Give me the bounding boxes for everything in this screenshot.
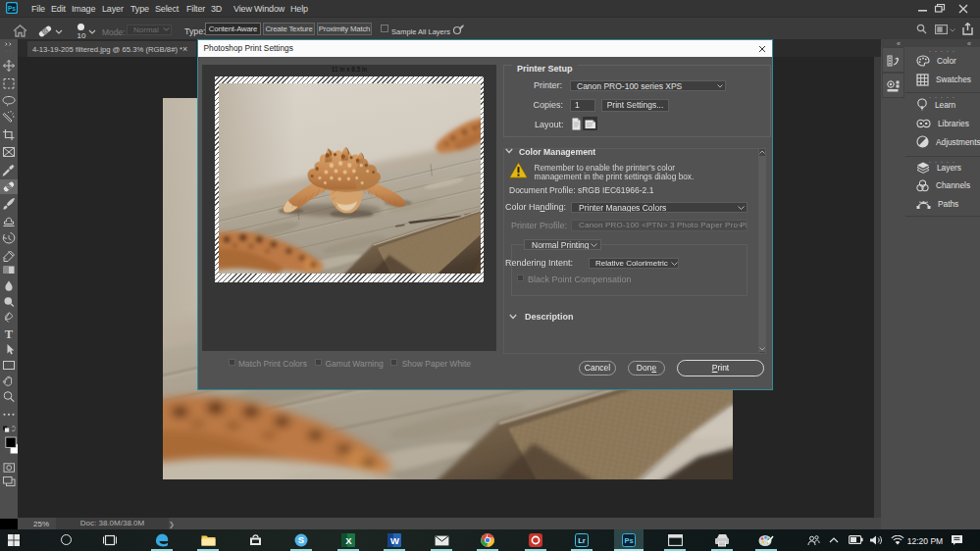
svg-text:Lr: Lr bbox=[578, 536, 586, 545]
svg-text:T: T bbox=[5, 327, 14, 341]
svg-text:S: S bbox=[298, 534, 304, 545]
svg-text:X: X bbox=[345, 535, 352, 546]
svg-text:Ps: Ps bbox=[8, 5, 16, 12]
svg-text:W: W bbox=[390, 535, 399, 546]
svg-text:Ps: Ps bbox=[624, 536, 633, 545]
